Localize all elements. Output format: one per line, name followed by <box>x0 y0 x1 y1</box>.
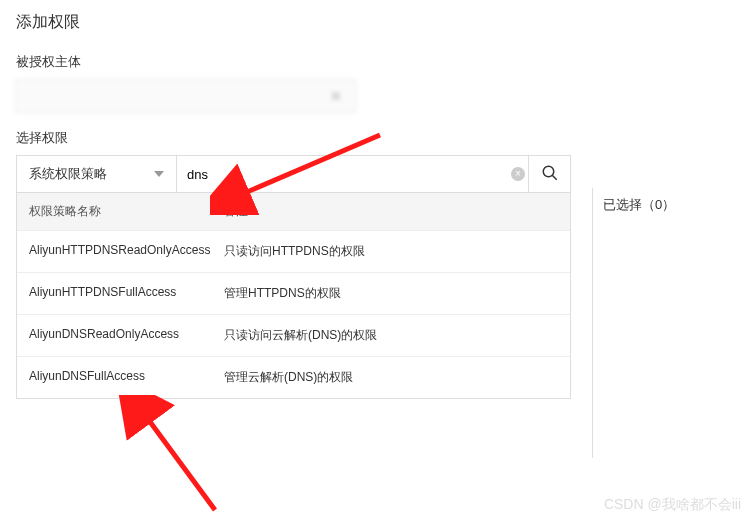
table-row[interactable]: AliyunHTTPDNSReadOnlyAccess 只读访问HTTPDNS的… <box>17 231 570 273</box>
clear-button[interactable]: × <box>508 156 528 192</box>
svg-line-1 <box>552 175 557 180</box>
subject-section: 被授权主体 <box>0 45 751 121</box>
cell-remark: 只读访问云解析(DNS)的权限 <box>212 315 570 356</box>
cell-remark: 只读访问HTTPDNS的权限 <box>212 231 570 272</box>
dropdown-selected: 系统权限策略 <box>29 165 107 183</box>
cell-name: AliyunHTTPDNSFullAccess <box>17 273 212 314</box>
policy-type-dropdown[interactable]: 系统权限策略 <box>17 156 177 192</box>
subject-label: 被授权主体 <box>16 53 735 71</box>
page-title: 添加权限 <box>0 0 751 45</box>
clear-icon: × <box>511 167 525 181</box>
watermark: CSDN @我啥都不会iii <box>604 496 741 514</box>
col-remark-header: 备注 <box>212 193 570 230</box>
table-row[interactable]: AliyunHTTPDNSFullAccess 管理HTTPDNS的权限 <box>17 273 570 315</box>
search-button[interactable] <box>528 156 570 192</box>
selected-panel: 已选择（0） <box>592 188 742 458</box>
cell-name: AliyunDNSFullAccess <box>17 357 212 398</box>
table-row[interactable]: AliyunDNSFullAccess 管理云解析(DNS)的权限 <box>17 357 570 398</box>
col-name-header: 权限策略名称 <box>17 193 212 230</box>
permissions-label: 选择权限 <box>16 129 735 147</box>
chevron-down-icon <box>154 171 164 177</box>
search-input[interactable] <box>177 156 508 192</box>
table-header: 权限策略名称 备注 <box>17 193 570 231</box>
cell-remark: 管理云解析(DNS)的权限 <box>212 357 570 398</box>
selected-label: 已选择（0） <box>603 188 742 222</box>
subject-tag[interactable] <box>16 79 356 113</box>
svg-line-3 <box>145 415 215 510</box>
annotation-arrow-icon <box>115 395 225 515</box>
close-icon[interactable] <box>329 89 343 103</box>
permissions-table: 权限策略名称 备注 AliyunHTTPDNSReadOnlyAccess 只读… <box>16 193 571 399</box>
cell-name: AliyunHTTPDNSReadOnlyAccess <box>17 231 212 272</box>
table-row[interactable]: AliyunDNSReadOnlyAccess 只读访问云解析(DNS)的权限 <box>17 315 570 357</box>
search-icon <box>541 164 559 185</box>
search-row: 系统权限策略 × <box>16 155 571 193</box>
svg-point-0 <box>543 166 554 177</box>
cell-remark: 管理HTTPDNS的权限 <box>212 273 570 314</box>
cell-name: AliyunDNSReadOnlyAccess <box>17 315 212 356</box>
